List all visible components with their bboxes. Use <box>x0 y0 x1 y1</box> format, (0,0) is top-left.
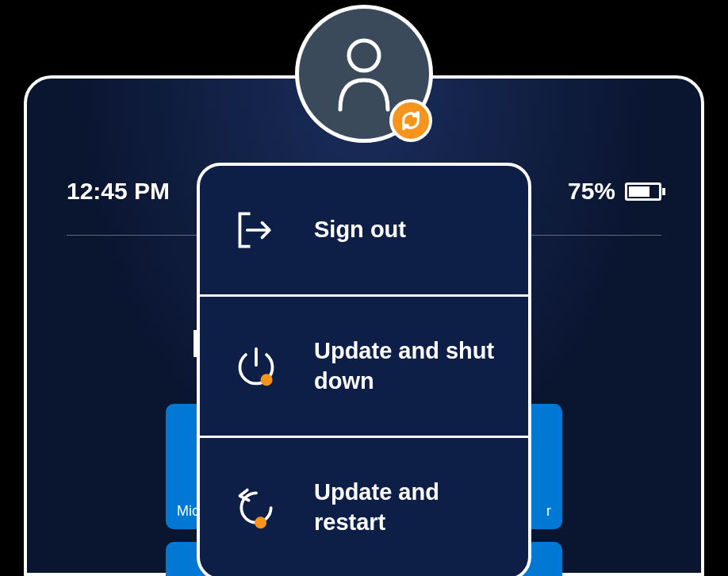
clock-time: 12:45 PM <box>67 178 170 205</box>
restart-update-icon <box>232 483 281 532</box>
user-avatar[interactable] <box>295 5 433 143</box>
power-update-icon <box>232 342 281 391</box>
svg-point-1 <box>261 374 273 386</box>
sign-out-icon <box>232 205 281 255</box>
sync-badge <box>389 99 432 142</box>
sync-icon <box>400 109 422 132</box>
tile-label-right-partial: r <box>546 503 551 520</box>
battery-percent: 75% <box>568 178 615 205</box>
update-shutdown-item[interactable]: Update and shut down <box>200 297 528 438</box>
battery-icon <box>625 182 661 201</box>
svg-point-0 <box>349 40 379 71</box>
person-icon <box>332 36 396 112</box>
sign-out-label: Sign out <box>314 215 406 245</box>
sign-out-item[interactable]: Sign out <box>200 166 528 297</box>
power-menu: Sign out Update and shut down Update and… <box>197 163 531 576</box>
tile-label-left-partial: Mic <box>177 503 199 520</box>
update-restart-label: Update and restart <box>314 478 496 537</box>
battery-fill-level <box>629 186 649 197</box>
update-restart-item[interactable]: Update and restart <box>200 438 528 576</box>
svg-point-2 <box>255 516 266 528</box>
status-right: 75% <box>568 178 661 205</box>
update-shutdown-label: Update and shut down <box>314 336 496 396</box>
